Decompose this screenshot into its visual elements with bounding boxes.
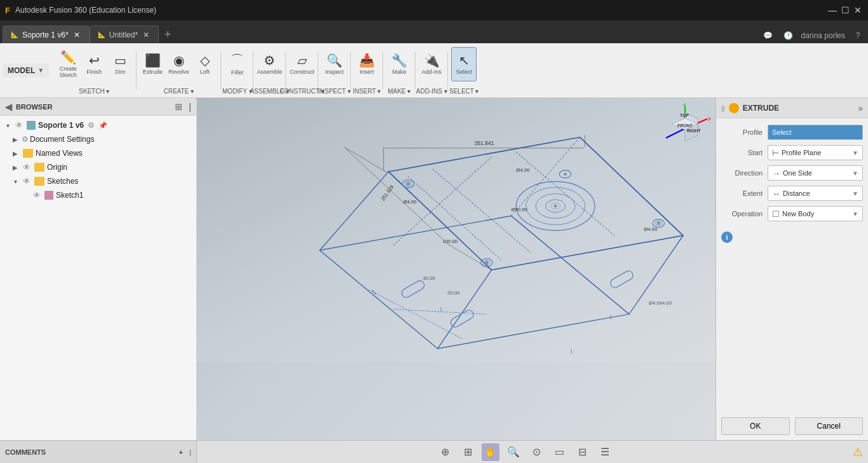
param-value-extent[interactable]: ↔ Distance ▼: [768, 186, 863, 201]
construct-button[interactable]: ▱ Construct: [289, 47, 315, 81]
extent-param-icon: ↔: [772, 189, 780, 198]
view-options-button[interactable]: ☰: [596, 443, 614, 461]
clock-icon[interactable]: 🕐: [781, 28, 796, 43]
insert-button[interactable]: 📥 Insert: [354, 47, 379, 81]
extrude-panel-title: EXTRUDE: [743, 104, 779, 113]
start-param-icon: ⊢: [772, 148, 779, 158]
tree-gear-soporte[interactable]: ⚙: [88, 121, 95, 130]
tree-expand-namedviews[interactable]: ▶: [10, 148, 20, 158]
inspect-button[interactable]: 🔍 Inspect: [322, 47, 347, 81]
assemble-button[interactable]: ⚙ Assemble: [257, 47, 282, 81]
tree-pin-soporte[interactable]: 📌: [98, 121, 107, 130]
operation-dropdown-arrow[interactable]: ▼: [852, 211, 858, 218]
tree-eye-sketches[interactable]: 👁: [22, 176, 32, 186]
display-mode-button[interactable]: ▭: [550, 443, 568, 461]
svg-point-40: [554, 205, 557, 208]
browser-header: ◀ BROWSER ⊞ |: [0, 98, 196, 116]
browser-options-button[interactable]: ⊞: [175, 102, 182, 112]
create-sketch-button[interactable]: ✏️ CreateSketch: [55, 47, 81, 81]
cancel-button[interactable]: Cancel: [795, 417, 864, 435]
browser-title: BROWSER: [16, 103, 52, 111]
make-button[interactable]: 🔧 Make: [386, 47, 412, 81]
fillet-button[interactable]: ⌒ Fillet: [224, 47, 250, 81]
title-bar-left: F Autodesk Fusion 360 (Education License…: [5, 6, 156, 15]
tree-icon-sketch1: [44, 191, 53, 200]
tree-expand-docsettings[interactable]: ▶: [10, 134, 20, 144]
model-selector[interactable]: MODEL ▼: [3, 64, 49, 78]
finish-sketch-button[interactable]: ↩ Finish: [81, 47, 107, 81]
grid-button[interactable]: ⊟: [573, 443, 591, 461]
sep4: [285, 52, 286, 90]
chat-icon[interactable]: 💬: [761, 28, 776, 43]
tab-untitled[interactable]: 📐 Untitled* ✕: [90, 25, 159, 43]
panel-collapse-left[interactable]: ||: [721, 104, 725, 112]
grid-toggle-button[interactable]: ⊞: [459, 443, 477, 461]
param-value-direction[interactable]: → One Side ▼: [768, 165, 863, 181]
make-icon: 🔧: [391, 53, 407, 68]
tree-eye-sketch1[interactable]: 👁: [32, 190, 42, 200]
main-area: ◀ BROWSER ⊞ | ▾ 👁 Soporte 1 v6 ⚙ 📌 ▶ ⚙ D…: [0, 98, 868, 440]
zoom-button[interactable]: 🔍: [505, 443, 522, 461]
browser-collapse-button[interactable]: ◀: [5, 102, 12, 112]
svg-text:RIGHT: RIGHT: [687, 128, 702, 133]
construct-buttons: ▱ Construct: [289, 45, 315, 83]
addins-icon: 🔌: [424, 53, 440, 68]
param-value-start[interactable]: ⊢ Profile Plane ▼: [768, 145, 863, 160]
addins-button[interactable]: 🔌 Add-Ins: [419, 47, 444, 81]
fillet-icon: ⌒: [231, 52, 243, 69]
tool-group-sketch: ✏️ CreateSketch ↩ Finish ▭ Dim SKETCH ▾: [55, 45, 133, 96]
tree-expand-origin[interactable]: ▶: [10, 162, 20, 172]
tree-eye-origin[interactable]: 👁: [22, 162, 32, 172]
viewcube[interactable]: X Z TOP FRONT RIGHT: [660, 103, 710, 154]
tree-item-sketch1[interactable]: 👁 Sketch1: [0, 188, 196, 202]
tab-soporte[interactable]: 📐 Soporte 1 v6* ✕: [3, 25, 90, 43]
comments-add-button[interactable]: +: [179, 448, 182, 456]
addins-group-label: ADD-INS ▾: [416, 88, 447, 95]
viewport[interactable]: 351.841 251.329 100.00 Ø90.00 Ø4.00 Ø4.0…: [197, 98, 715, 440]
help-icon[interactable]: ?: [850, 28, 865, 43]
sep6: [350, 52, 351, 90]
toolbar: MODEL ▼ ✏️ CreateSketch ↩ Finish ▭ Dim S…: [0, 43, 868, 98]
param-label-start: Start: [721, 149, 763, 156]
sketch-dimension-button[interactable]: ▭ Dim: [107, 47, 133, 81]
extrude-button[interactable]: ⬛ Extrude: [140, 47, 165, 81]
tree-label-soporte: Soporte 1 v6: [38, 121, 84, 130]
tree-item-origin[interactable]: ▶ 👁 Origin: [0, 160, 196, 174]
new-tab-button[interactable]: +: [159, 25, 177, 43]
tree-expand-soporte[interactable]: ▾: [3, 120, 13, 130]
tree-item-soporte[interactable]: ▾ 👁 Soporte 1 v6 ⚙ 📌: [0, 118, 196, 132]
start-dropdown-arrow[interactable]: ▼: [852, 149, 858, 156]
comments-section[interactable]: COMMENTS + |: [0, 441, 197, 464]
comments-collapse[interactable]: |: [189, 448, 191, 456]
sketch-dimension-icon: ▭: [114, 53, 126, 68]
revolve-button[interactable]: ◉ Revolve: [166, 47, 191, 81]
comments-label: COMMENTS: [5, 448, 46, 456]
svg-point-36: [407, 183, 410, 186]
param-value-operation[interactable]: ☐ New Body ▼: [768, 206, 863, 221]
direction-dropdown-arrow[interactable]: ▼: [852, 170, 858, 177]
tree-item-namedviews[interactable]: ▶ Named Views: [0, 146, 196, 160]
loft-button[interactable]: ◇ Loft: [192, 47, 217, 81]
extent-dropdown-arrow[interactable]: ▼: [852, 190, 858, 197]
tab-close-soporte[interactable]: ✕: [72, 31, 81, 39]
tree-item-docsettings[interactable]: ▶ ⚙ Document Settings: [0, 132, 196, 146]
tab-close-untitled[interactable]: ✕: [142, 31, 151, 39]
param-value-profile[interactable]: Select: [768, 125, 863, 140]
orbit-button[interactable]: ⊙: [527, 443, 545, 461]
snap-button[interactable]: ⊕: [436, 443, 454, 461]
maximize-button[interactable]: ☐: [840, 5, 850, 15]
modify-group-label: MODIFY ▾: [222, 88, 252, 95]
minimize-button[interactable]: —: [827, 5, 837, 15]
tree-eye-soporte[interactable]: 👁: [14, 120, 24, 130]
close-button[interactable]: ✕: [853, 5, 863, 15]
pan-button[interactable]: ✋: [482, 443, 499, 461]
tree-item-sketches[interactable]: ▾ 👁 Sketches: [0, 174, 196, 188]
tree-gear-docsettings: ⚙: [22, 135, 29, 144]
make-buttons: 🔧 Make: [386, 45, 412, 83]
tool-group-modify: ⌒ Fillet MODIFY ▾: [224, 45, 250, 96]
browser-pin-button[interactable]: |: [189, 102, 191, 112]
panel-expand-button[interactable]: »: [858, 103, 863, 113]
ok-button[interactable]: OK: [721, 417, 790, 435]
select-button[interactable]: ↖ Select: [451, 47, 477, 81]
tree-expand-sketches[interactable]: ▾: [10, 176, 20, 186]
